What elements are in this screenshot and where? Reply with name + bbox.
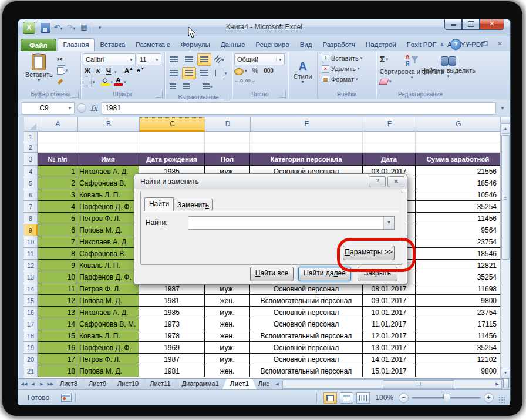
cell-C21[interactable]: 1981 [139,365,205,377]
cell-E15[interactable]: Вспомогательный персонал [250,295,363,307]
row-header-3[interactable]: 3 [24,153,38,166]
cell-E17[interactable]: Основной персонал [250,318,363,330]
font-name-combo[interactable]: Calibri▼ [83,53,136,65]
cell-F1[interactable] [363,132,416,142]
column-header-A[interactable]: A [38,117,78,132]
zoom-slider[interactable] [412,397,481,399]
sheet-tab-лист1[interactable]: Лист1 [222,379,257,389]
help-icon[interactable]: ? [450,39,461,50]
cell-D20[interactable]: муж. [205,354,250,365]
font-color-button[interactable]: А [114,77,123,86]
dialog-launcher-icon[interactable] [156,91,163,98]
cell-G4[interactable]: 21556 [416,166,501,177]
cell-D3[interactable]: Пол [205,153,250,166]
page-break-view-button[interactable] [356,392,370,404]
first-sheet-icon[interactable]: ◀◀ [20,380,28,388]
next-sheet-icon[interactable]: ▶ [38,380,46,388]
cell-D21[interactable]: жен. [205,365,250,377]
cell-C19[interactable]: 1969 [139,342,205,354]
cell-B3[interactable]: Имя [77,153,139,166]
cell-A14[interactable]: 11 [38,283,77,295]
expand-formula-bar-icon[interactable]: ▼ [498,106,507,111]
sheet-tab-диаграмма1[interactable]: Диаграмма1 [174,379,227,389]
cell-D18[interactable]: жен. [205,330,250,342]
grow-font-button[interactable]: A▲ [124,66,134,76]
cell-A13[interactable]: 10 [38,271,77,283]
ribbon-tab-надстрой[interactable]: Надстрой [360,39,402,51]
ribbon-tab-file[interactable]: Файл [21,39,56,51]
increase-indent-button[interactable] [180,80,193,93]
row-header-20[interactable]: 20 [24,354,38,365]
cell-F20[interactable]: 14.01.2017 [363,354,416,365]
row-header-11[interactable]: 11 [24,248,38,260]
row-header-2[interactable]: 2 [24,142,38,153]
cell-A7[interactable]: 4 [38,201,77,213]
row-header-6[interactable]: 6 [24,189,38,201]
cell-G6[interactable]: 10546 [416,189,501,201]
dialog-launcher-icon[interactable] [72,91,79,98]
page-layout-view-button[interactable] [340,392,353,404]
bold-button[interactable]: Ж [83,66,92,76]
font-size-combo[interactable]: 11▼ [137,53,161,65]
find-select-button[interactable]: Найти и выделить▾ [431,53,466,90]
zoom-in-button[interactable]: + [484,393,494,403]
options-button[interactable]: Параметры >> [343,246,394,260]
cell-G3[interactable]: Сумма заработной [416,153,501,166]
find-next-button[interactable]: Найти далее [298,267,351,281]
workbook-restore-icon[interactable]: ❐ [480,40,491,49]
cell-B14[interactable]: Петров Ф. Л. [77,283,139,295]
cell-F15[interactable]: 09.01.2017 [363,295,416,307]
maximize-button[interactable] [462,19,480,30]
scrollbar-split-handle[interactable] [501,117,510,123]
cell-B15[interactable]: Попова М. Д. [77,295,139,307]
cell-F17[interactable]: 11.01.2017 [363,318,416,330]
cell-F16[interactable]: 10.01.2017 [363,307,416,318]
cell-B10[interactable]: Николаев А. Д. [77,236,139,248]
combo-dropdown-icon[interactable]: ▼ [383,217,394,229]
cut-button[interactable]: ✂ [55,54,70,64]
cell-G12[interactable]: 12821 [416,260,501,271]
ribbon-tab-разметка-с[interactable]: Разметка с [130,39,176,51]
autosum-button[interactable]: Σ▾ [378,54,393,64]
close-dialog-button[interactable]: Закрыть [358,267,397,281]
tab-replace[interactable]: Заменить [174,199,213,210]
dialog-launcher-icon[interactable] [224,94,230,100]
row-header-16[interactable]: 16 [24,307,38,318]
cell-B1[interactable] [77,132,139,142]
cell-B18[interactable]: Коваль Л. П. [77,330,139,342]
resize-grip[interactable] [498,397,505,404]
row-header-8[interactable]: 8 [24,213,38,224]
cell-G5[interactable]: 18546 [416,177,501,189]
cell-G11[interactable]: 18546 [416,248,501,260]
cell-G18[interactable]: 11456 [416,330,501,342]
number-format-combo[interactable]: Общий▼ [234,53,285,65]
cell-A19[interactable]: 16 [38,342,77,354]
comma-format-button[interactable]: 000 [264,68,274,74]
row-header-10[interactable]: 10 [24,236,38,248]
cell-G16[interactable]: 23754 [416,307,501,318]
dialog-title-bar[interactable]: Найти и заменить ? × [134,174,407,189]
formula-input[interactable]: 1981 [102,102,496,115]
cell-E2[interactable] [250,142,363,153]
cell-G8[interactable]: 11456 [416,213,501,224]
cell-B6[interactable]: Коваль Л. П. [77,189,139,201]
cell-D14[interactable]: муж. [205,283,250,295]
cell-D15[interactable]: жен. [205,295,250,307]
cell-D16[interactable]: муж. [205,307,250,318]
vertical-scrollbar[interactable]: ▲ ▼ [500,117,510,378]
cell-A3[interactable]: № п/п [38,153,77,166]
cell-F18[interactable]: 12.01.2017 [363,330,416,342]
cell-A21[interactable]: 18 [38,365,77,377]
cell-C18[interactable]: 1978 [139,330,205,342]
dialog-help-icon[interactable]: ? [369,176,386,187]
cell-D2[interactable] [205,142,250,153]
cell-E1[interactable] [250,132,363,142]
cell-E14[interactable]: Основной персонал [250,283,363,295]
minimize-ribbon-icon[interactable]: ▲ [437,40,447,49]
align-top-button[interactable] [167,53,181,66]
row-header-4[interactable]: 4 [24,166,38,177]
column-header-G[interactable]: G [416,117,501,132]
cell-C20[interactable]: 1987 [139,354,205,365]
cell-E19[interactable]: Основной персонал [250,342,363,354]
zoom-out-button[interactable]: − [399,393,409,403]
